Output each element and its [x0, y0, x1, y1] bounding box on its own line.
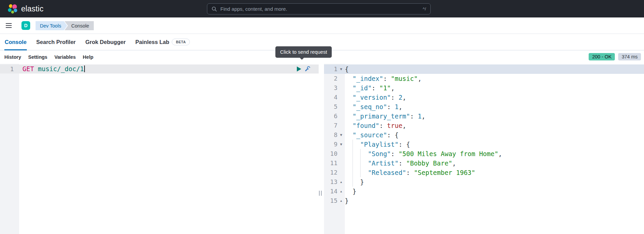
elastic-logo-icon: [7, 3, 18, 14]
response-line-12: 12 "Released": "September 1963": [324, 168, 644, 177]
response-line-8: 8▾ "_source": {: [324, 130, 644, 140]
indent-guide: [353, 149, 360, 158]
code-text: "found": true,: [345, 121, 406, 130]
fold-toggle-icon[interactable]: ▴: [337, 177, 345, 187]
code-text: "Artist": "Bobby Bare",: [345, 158, 456, 168]
response-line-1: 1▾{: [324, 64, 644, 74]
search-placeholder: Find apps, content, and more.: [220, 6, 419, 12]
response-line-14: 14▴ }: [324, 187, 644, 196]
indent-guide: [353, 158, 360, 168]
fold-spacer: [337, 111, 345, 121]
response-code: 1▾{2 "_index": "music",3 "_id": "1",4 "_…: [324, 64, 644, 205]
response-line-7: 7 "found": true,: [324, 121, 644, 130]
fold-toggle-icon[interactable]: ▴: [337, 187, 345, 196]
menu-help[interactable]: Help: [83, 54, 93, 60]
response-line-9: 9▾ "Playlist": {: [324, 140, 644, 149]
code-text: "_version": 2,: [345, 93, 406, 102]
request-editor[interactable]: 1 GET music/_doc/1: [0, 64, 319, 234]
fold-toggle-icon[interactable]: ▾: [337, 64, 345, 74]
fold-spacer: [337, 93, 345, 102]
editor-gutter: [0, 64, 19, 234]
beta-badge: BETA: [172, 39, 190, 45]
line-number: 14: [324, 187, 337, 196]
space-avatar[interactable]: D: [21, 21, 30, 30]
send-request-play-icon[interactable]: [297, 66, 302, 72]
line-number: 5: [324, 102, 337, 111]
logo-wordmark: elastic: [21, 4, 44, 13]
tab-console[interactable]: Console: [4, 34, 27, 50]
indent-guide: [353, 140, 360, 149]
fold-spacer: [337, 121, 345, 130]
response-line-2: 2 "_index": "music",: [324, 74, 644, 83]
global-search-input[interactable]: Find apps, content, and more. ^/: [207, 3, 431, 14]
text-cursor: [84, 65, 85, 72]
menu-history[interactable]: History: [4, 54, 21, 60]
search-shortcut-hint: ^/: [423, 6, 426, 11]
request-method: GET: [22, 65, 34, 73]
response-line-5: 5 "_seq_no": 1,: [324, 102, 644, 111]
tab-grok-debugger[interactable]: Grok Debugger: [85, 34, 126, 50]
line-number: 3: [324, 83, 337, 93]
fold-toggle-icon[interactable]: ▾: [337, 140, 345, 149]
response-line-3: 3 "_id": "1",: [324, 83, 644, 93]
code-text: }: [345, 187, 356, 196]
line-number: 13: [324, 177, 337, 187]
code-text: "_source": {: [345, 130, 398, 140]
tab-label: Grok Debugger: [85, 39, 125, 45]
response-line-15: 15▴}: [324, 196, 644, 205]
indent-guide: [353, 168, 360, 177]
fold-toggle-icon[interactable]: ▾: [337, 130, 345, 140]
elastic-logo[interactable]: elastic: [7, 3, 44, 14]
send-request-tooltip: Click to send request: [275, 46, 332, 58]
indent-guide: [360, 158, 368, 168]
menu-hamburger-icon[interactable]: [6, 23, 12, 28]
response-line-6: 6 "_primary_term": 1,: [324, 111, 644, 121]
code-text: }: [345, 177, 364, 187]
menu-variables[interactable]: Variables: [54, 54, 76, 60]
response-line-13: 13▴ }: [324, 177, 644, 187]
code-text: "Released": "September 1963": [345, 168, 475, 177]
fold-spacer: [337, 149, 345, 158]
tab-search-profiler[interactable]: Search Profiler: [36, 34, 76, 50]
response-viewer: 1▾{2 "_index": "music",3 "_id": "1",4 "_…: [324, 64, 644, 234]
wrench-icon[interactable]: [305, 66, 311, 72]
menu-settings[interactable]: Settings: [28, 54, 47, 60]
request-path: music/_doc/1: [38, 65, 84, 73]
line-number: 9: [324, 140, 337, 149]
response-line-4: 4 "_version": 2,: [324, 93, 644, 102]
pane-resize-handle[interactable]: [319, 191, 322, 196]
breadcrumb: Dev Tools Console: [36, 21, 94, 30]
tab-label: Console: [5, 39, 26, 45]
response-line-11: 11 "Artist": "Bobby Bare",: [324, 158, 644, 168]
tab-painless-lab[interactable]: Painless Lab BETA: [135, 34, 190, 50]
code-text: "_primary_term": 1,: [345, 111, 425, 121]
line-number: 1: [324, 64, 337, 74]
line-number: 7: [324, 121, 337, 130]
code-text: "_seq_no": 1,: [345, 102, 402, 111]
line-number: 12: [324, 168, 337, 177]
breadcrumb-dev-tools[interactable]: Dev Tools: [36, 21, 67, 30]
breadcrumb-console: Console: [64, 21, 94, 30]
code-text: "Song": "500 Miles Away from Home",: [345, 149, 502, 158]
status-badge: 200 - OK: [589, 53, 615, 60]
global-header: elastic Find apps, content, and more. ^/: [0, 0, 644, 17]
line-number: 4: [324, 93, 337, 102]
tab-label: Search Profiler: [36, 39, 75, 45]
fold-spacer: [337, 168, 345, 177]
line-number: 11: [324, 158, 337, 168]
line-number: 15: [324, 196, 337, 205]
line-number: 10: [324, 149, 337, 158]
breadcrumb-bar: D Dev Tools Console: [0, 17, 644, 34]
code-text: }: [345, 196, 348, 205]
code-text: {: [345, 64, 348, 74]
code-text: "Playlist": {: [345, 140, 410, 149]
indent-guide: [353, 177, 360, 187]
fold-spacer: [337, 74, 345, 83]
request-actions: [297, 66, 311, 72]
fold-toggle-icon[interactable]: ▴: [337, 196, 345, 205]
request-line[interactable]: GET music/_doc/1: [22, 64, 85, 74]
code-text: "_index": "music",: [345, 74, 422, 83]
indent-guide: [360, 168, 368, 177]
response-badges: 200 - OK 374 ms: [589, 53, 641, 60]
line-number: 2: [324, 74, 337, 83]
